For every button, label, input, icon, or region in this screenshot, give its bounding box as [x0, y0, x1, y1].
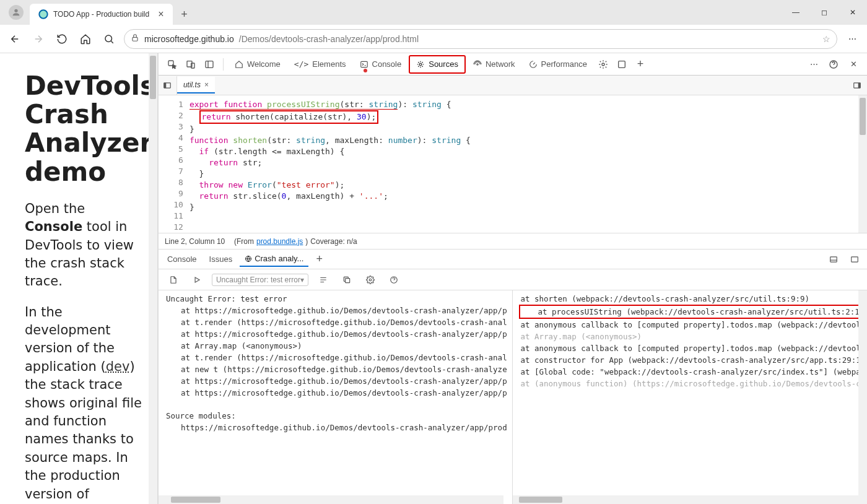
more-icon[interactable]: ⋯ — [805, 56, 822, 73]
maximize-button[interactable]: ◻ — [810, 0, 839, 25]
browser-navbar: microsoftedge.github.io/Demos/devtools-c… — [0, 25, 867, 53]
crash-analyzer-toolbar: Uncaught Error: test error▾ — [159, 269, 867, 290]
tab-performance[interactable]: Performance — [523, 55, 593, 74]
editor-scrollbar[interactable] — [858, 95, 867, 233]
svg-rect-22 — [346, 278, 350, 282]
drawer-tab-issues[interactable]: Issues — [204, 252, 238, 266]
drawer-tab-bar: Console Issues Crash analy... + — [159, 250, 867, 269]
page-scrollbar[interactable] — [149, 53, 157, 504]
address-bar[interactable]: microsoftedge.github.io/Demos/devtools-c… — [124, 29, 837, 49]
inspect-icon[interactable] — [163, 56, 181, 73]
svg-rect-21 — [852, 256, 858, 261]
stack-trace-area: Uncaught Error: test error at https://mi… — [159, 290, 867, 504]
favorite-icon[interactable]: ☆ — [822, 34, 830, 44]
file-close-icon[interactable]: × — [204, 80, 209, 89]
back-button[interactable] — [6, 30, 24, 48]
devtools-toolbar: Welcome </>Elements Console Sources Netw… — [159, 53, 867, 76]
tab-network[interactable]: Network — [467, 55, 521, 74]
navigator-toggle-icon[interactable] — [159, 76, 177, 95]
svg-rect-9 — [360, 61, 367, 67]
svg-rect-13 — [619, 61, 625, 67]
url-path: /Demos/devtools-crash-analyzer/app/prod.… — [239, 34, 419, 44]
list-icon[interactable] — [315, 271, 332, 289]
minimize-button[interactable]: — — [782, 0, 810, 25]
tab-close-icon[interactable]: × — [158, 9, 163, 20]
coverage-toggle-icon[interactable] — [850, 78, 865, 93]
svg-rect-4 — [133, 37, 137, 41]
filter-input[interactable]: Uncaught Error: test error▾ — [212, 274, 308, 286]
add-tab-icon[interactable]: + — [632, 56, 649, 73]
drawer-tab-console[interactable]: Console — [162, 252, 202, 266]
window-controls: — ◻ ✕ — [782, 0, 867, 25]
file-tab-bar: util.ts × — [159, 76, 867, 95]
settings-menu-button[interactable]: ⋯ — [843, 30, 861, 48]
devtools-panel: Welcome </>Elements Console Sources Netw… — [158, 53, 867, 504]
forward-button[interactable] — [30, 30, 47, 48]
profile-avatar[interactable] — [9, 5, 24, 20]
tab-welcome[interactable]: Welcome — [229, 55, 287, 74]
help-icon[interactable] — [825, 56, 842, 73]
page-heading: DevTools Crash Analyzer demo — [25, 72, 146, 186]
drawer-expand-icon[interactable] — [846, 251, 863, 268]
editor-status-line: Line 2, Column 10 (From prod.bundle.js )… — [159, 233, 867, 250]
page-paragraph-2: In the development version of the applic… — [25, 303, 146, 503]
svg-point-23 — [369, 279, 372, 281]
line-gutter: 123456789101112 — [159, 95, 190, 233]
dev-link[interactable]: dev — [106, 359, 130, 374]
lock-icon — [131, 33, 139, 44]
tab-sources[interactable]: Sources — [409, 55, 466, 74]
highlighted-frame[interactable]: at processUIString (webpack://devtools-c… — [519, 305, 865, 319]
svg-point-0 — [14, 9, 17, 12]
search-button[interactable] — [100, 30, 118, 48]
device-toggle-icon[interactable] — [182, 56, 199, 73]
coverage-status: Coverage: n/a — [310, 237, 357, 246]
svg-rect-18 — [858, 82, 861, 87]
right-vscrollbar[interactable] — [858, 290, 867, 504]
svg-rect-8 — [206, 61, 213, 67]
page-content: DevTools Crash Analyzer demo Open the Co… — [0, 53, 158, 504]
file-icon[interactable] — [165, 271, 182, 289]
settings-icon[interactable] — [362, 271, 379, 289]
browser-titlebar: TODO App - Production build × + — ◻ ✕ — [0, 0, 867, 25]
page-paragraph-1: Open the Console tool in DevTools to vie… — [25, 200, 146, 291]
drawer-add-tab-icon[interactable]: + — [311, 253, 328, 266]
file-name: util.ts — [183, 80, 201, 89]
svg-point-10 — [419, 63, 422, 66]
svg-point-12 — [602, 63, 604, 66]
tab-title: TODO App - Production build — [53, 10, 149, 19]
edge-favicon — [38, 9, 48, 19]
code-editor[interactable]: 123456789101112 export function processU… — [159, 95, 867, 233]
browser-tab[interactable]: TODO App - Production build × — [30, 4, 173, 25]
svg-point-11 — [477, 63, 478, 64]
tab-console[interactable]: Console — [354, 55, 408, 74]
svg-rect-20 — [830, 256, 837, 261]
drawer-dock-icon[interactable] — [825, 251, 842, 268]
close-devtools-icon[interactable]: ✕ — [845, 56, 862, 73]
cursor-position: Line 2, Column 10 — [165, 237, 225, 246]
copy-icon[interactable] — [338, 271, 355, 289]
help2-icon[interactable] — [385, 271, 403, 289]
analyzed-stack-pane[interactable]: at shorten (webpack://devtools-crash-ana… — [513, 290, 867, 504]
left-hscrollbar[interactable] — [159, 495, 504, 504]
drawer-tab-crash-analyzer[interactable]: Crash analy... — [240, 251, 308, 267]
right-hscrollbar[interactable] — [513, 495, 858, 504]
gear-icon[interactable] — [595, 56, 612, 73]
file-tab[interactable]: util.ts × — [177, 77, 215, 93]
home-button[interactable] — [77, 30, 94, 48]
svg-rect-16 — [164, 82, 167, 87]
raw-stack-pane[interactable]: Uncaught Error: test error at https://mi… — [159, 290, 513, 504]
play-icon[interactable] — [188, 271, 206, 289]
main-area: DevTools Crash Analyzer demo Open the Co… — [0, 53, 867, 504]
close-window-button[interactable]: ✕ — [839, 0, 867, 25]
url-domain: microsoftedge.github.io — [144, 34, 234, 44]
code-area[interactable]: export function processUIString(str: str… — [190, 95, 867, 233]
panel-toggle-icon[interactable] — [201, 56, 218, 73]
dock-icon[interactable] — [613, 56, 630, 73]
svg-point-3 — [105, 35, 112, 42]
source-map-link[interactable]: prod.bundle.js — [256, 237, 303, 246]
tab-elements[interactable]: </>Elements — [288, 55, 352, 74]
new-tab-button[interactable]: + — [175, 5, 194, 24]
refresh-button[interactable] — [53, 30, 71, 48]
